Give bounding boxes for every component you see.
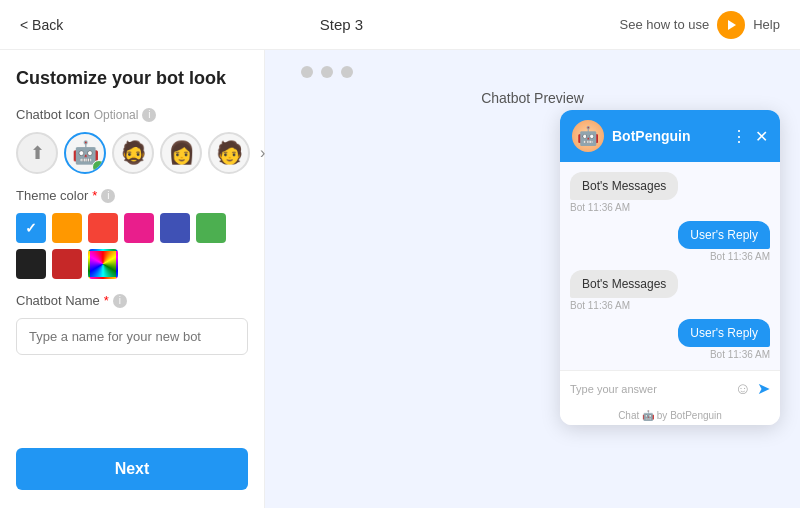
menu-icon[interactable]: ⋮: [731, 127, 747, 146]
name-required-star: *: [104, 293, 109, 308]
step-indicator: Step 3: [320, 16, 363, 33]
bot-message-1: Bot's Messages Bot 11:36 AM: [570, 172, 678, 213]
bot-avatar: 🤖: [572, 120, 604, 152]
bot-bubble-2: Bot's Messages: [570, 270, 678, 298]
right-panel: Chatbot Preview 🤖 BotPenguin ⋮ ✕ Bot's M…: [265, 50, 800, 508]
user-meta-1: Bot 11:36 AM: [678, 251, 770, 262]
user-bubble-1: User's Reply: [678, 221, 770, 249]
header: < Back Step 3 See how to use Help: [0, 0, 800, 50]
chat-input-placeholder: Type your answer: [570, 383, 727, 395]
help-label: Help: [753, 17, 780, 32]
emoji-icon[interactable]: ☺: [735, 380, 751, 398]
upload-icon-button[interactable]: ⬆: [16, 132, 58, 174]
color-crimson[interactable]: [52, 249, 82, 279]
bot-name: BotPenguin: [612, 128, 723, 144]
bot-bubble-1: Bot's Messages: [570, 172, 678, 200]
color-green[interactable]: [196, 213, 226, 243]
panel-title: Customize your bot look: [16, 68, 248, 89]
bot-meta-2: Bot 11:36 AM: [570, 300, 678, 311]
bot-message-2: Bot's Messages Bot 11:36 AM: [570, 270, 678, 311]
theme-info-icon[interactable]: i: [101, 189, 115, 203]
color-dark-blue[interactable]: [160, 213, 190, 243]
icon-section: Chatbot Icon Optional i ⬆ 🤖 ✓ 🧔 👩: [16, 107, 248, 174]
bottom-area: Next: [16, 448, 248, 490]
color-red[interactable]: [88, 213, 118, 243]
branding: Chat 🤖 by BotPenguin: [560, 406, 780, 425]
chatbot-name-section: Chatbot Name * i: [16, 293, 248, 355]
chat-footer: Type your answer ☺ ➤: [560, 370, 780, 406]
icon-label: Chatbot Icon Optional i: [16, 107, 248, 122]
user-meta-2: Bot 11:36 AM: [678, 349, 770, 360]
header-right: See how to use Help: [620, 11, 780, 39]
dot-2: [321, 66, 333, 78]
user-bubble-2: User's Reply: [678, 319, 770, 347]
theme-required-star: *: [92, 188, 97, 203]
icon-row: ⬆ 🤖 ✓ 🧔 👩 🧑 ›: [16, 132, 248, 174]
chat-header-icons: ⋮ ✕: [731, 127, 768, 146]
dot-1: [301, 66, 313, 78]
avatar-4-button[interactable]: 🧑: [208, 132, 250, 174]
chat-footer-icons: ☺ ➤: [735, 379, 770, 398]
chatbot-name-label: Chatbot Name * i: [16, 293, 248, 308]
see-how-label: See how to use: [620, 17, 710, 32]
main-layout: Customize your bot look Chatbot Icon Opt…: [0, 50, 800, 508]
color-swatches: [16, 213, 248, 279]
dots-row: [281, 66, 353, 78]
close-icon[interactable]: ✕: [755, 127, 768, 146]
selected-checkmark: ✓: [92, 160, 106, 174]
send-icon[interactable]: ➤: [757, 379, 770, 398]
color-orange[interactable]: [52, 213, 82, 243]
color-pink[interactable]: [124, 213, 154, 243]
color-gradient-picker[interactable]: [88, 249, 118, 279]
back-label: < Back: [20, 17, 63, 33]
color-black[interactable]: [16, 249, 46, 279]
avatar-3-button[interactable]: 👩: [160, 132, 202, 174]
left-panel: Customize your bot look Chatbot Icon Opt…: [0, 50, 265, 508]
theme-color-section: Theme color * i: [16, 188, 248, 279]
chat-preview: 🤖 BotPenguin ⋮ ✕ Bot's Messages Bot 11:3…: [560, 110, 780, 425]
chatbot-name-input[interactable]: [16, 318, 248, 355]
user-message-1: User's Reply Bot 11:36 AM: [678, 221, 770, 262]
chat-header: 🤖 BotPenguin ⋮ ✕: [560, 110, 780, 162]
bot-meta-1: Bot 11:36 AM: [570, 202, 678, 213]
dot-3: [341, 66, 353, 78]
chat-body: Bot's Messages Bot 11:36 AM User's Reply…: [560, 162, 780, 370]
preview-label: Chatbot Preview: [481, 90, 584, 106]
back-button[interactable]: < Back: [20, 17, 63, 33]
user-message-2: User's Reply Bot 11:36 AM: [678, 319, 770, 360]
avatar-1-button[interactable]: 🤖 ✓: [64, 132, 106, 174]
avatar-2-button[interactable]: 🧔: [112, 132, 154, 174]
optional-text: Optional: [94, 108, 139, 122]
play-button[interactable]: [717, 11, 745, 39]
next-button[interactable]: Next: [16, 448, 248, 490]
name-info-icon[interactable]: i: [113, 294, 127, 308]
upload-symbol: ⬆: [30, 142, 45, 164]
color-blue[interactable]: [16, 213, 46, 243]
theme-label: Theme color * i: [16, 188, 248, 203]
icon-info-icon[interactable]: i: [142, 108, 156, 122]
